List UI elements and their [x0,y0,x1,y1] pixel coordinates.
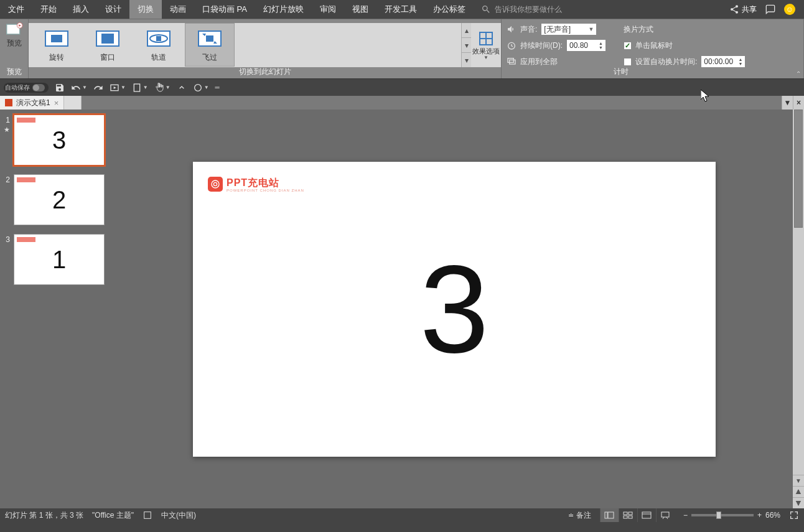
menu-slideshow[interactable]: 幻灯片放映 [255,0,312,19]
tell-me-search[interactable]: 告诉我你想要做什么 [474,0,562,19]
gallery-more[interactable]: ▾ [462,53,471,67]
tabs-dropdown[interactable]: ▼ [782,96,793,110]
duration-label: 持续时间(D): [520,40,563,51]
gallery-down[interactable]: ▾ [462,38,471,53]
slide-thumbnail-2[interactable]: 2 [14,174,105,225]
spellcheck-icon[interactable] [143,510,152,520]
transition-orbit[interactable]: 轨道 [134,23,184,67]
menu-transitions[interactable]: 切换 [129,0,162,19]
menu-insert[interactable]: 插入 [65,0,97,19]
play-icon [110,83,119,93]
notes-button[interactable]: ≐备注 [568,510,591,521]
qat-customize[interactable]: ═ [215,84,220,91]
menu-officetabs[interactable]: 办公标签 [425,0,474,19]
new-tab-button[interactable] [64,96,82,110]
svg-rect-22 [134,84,139,91]
menu-home[interactable]: 开始 [32,0,65,19]
slide-thumbnail-1[interactable]: 3 [14,114,105,166]
document-tab-1[interactable]: 演示文稿1 × [0,96,64,110]
slide-counter: 幻灯片 第 1 张，共 3 张 [5,510,83,521]
save-button[interactable] [55,83,65,93]
share-icon [729,4,739,14]
circle-icon [193,83,203,93]
svg-rect-27 [605,512,607,518]
scrollbar-thumb[interactable] [794,110,803,228]
fit-window-button[interactable] [789,510,799,520]
after-time-spinner[interactable]: 00:00.00 ▲▼ [701,55,746,68]
touch-mode-button[interactable]: ▼ [154,83,171,93]
status-bar: 幻灯片 第 1 张，共 3 张 "Office 主题" 中文(中国) ≐备注 −… [0,508,804,522]
autosave-toggle[interactable]: 自动保存 [4,83,49,93]
ribbon-preview-group: 预览 预览 [0,19,29,78]
prev-slide-button[interactable]: ⯅ [793,486,804,497]
toggle-off-icon [32,84,45,91]
language-indicator[interactable]: 中文(中国) [161,510,196,521]
duration-spinner[interactable]: 00.80 ▲▼ [566,39,606,52]
transition-indicator-icon: ★ [4,126,10,134]
menu-pocket-anim[interactable]: 口袋动画 PA [194,0,255,19]
undo-button[interactable]: ▼ [71,83,87,93]
from-beginning-button[interactable]: ▼ [110,83,126,93]
on-click-label: 单击鼠标时 [635,40,673,51]
tabs-close[interactable]: × [793,96,804,110]
menu-animations[interactable]: 动画 [162,0,194,19]
preview-icon [6,22,23,37]
menu-view[interactable]: 视图 [344,0,376,19]
redo-icon [93,83,103,93]
zoom-out-button[interactable]: − [683,511,688,520]
zoom-percent[interactable]: 66% [765,511,780,520]
on-click-checkbox[interactable]: ✓ [624,42,632,50]
quick-access-toolbar: 自动保存 ▼ ▼ ▼ ▼ ▼ ═ [0,78,804,96]
normal-view-button[interactable] [600,508,619,522]
menu-bar: 文件 开始 插入 设计 切换 动画 口袋动画 PA 幻灯片放映 审阅 视图 开发… [0,0,804,19]
ribbon-transitions-group: 旋转 窗口 轨道 飞过 ▴ ▾ ▾ [29,19,502,78]
qat-button-8[interactable]: ▼ [193,83,209,93]
after-time-label: 设置自动换片时间: [635,57,697,67]
zoom-in-button[interactable]: + [757,511,762,520]
preview-button[interactable]: 预览 [6,22,23,49]
thumb-logo-icon [17,118,35,123]
after-time-checkbox[interactable] [624,58,632,66]
slide[interactable]: PPT充电站 POWERPOINT CHONG DIAN ZHAN 3 [193,162,716,457]
duration-icon [507,40,517,50]
zoom-slider[interactable] [691,514,754,516]
reading-view-button[interactable] [637,508,656,522]
sound-icon [507,24,517,34]
svg-rect-13 [206,35,213,42]
scroll-down[interactable]: ▼ [793,475,804,486]
sound-dropdown[interactable]: [无声音]▼ [541,23,597,35]
menu-review[interactable]: 审阅 [312,0,344,19]
next-slide-button[interactable]: ⯆ [793,497,804,508]
svg-rect-31 [624,516,627,518]
svg-point-24 [212,180,219,188]
transition-rotate[interactable]: 旋转 [32,23,82,67]
qat-button-5[interactable]: ▼ [132,83,148,93]
gallery-up[interactable]: ▴ [462,23,471,38]
qat-button-7[interactable] [177,83,187,93]
share-button[interactable]: 共享 [729,4,757,15]
slide-thumbnail-3[interactable]: 1 [14,234,105,285]
window-icon [93,27,123,50]
menu-file[interactable]: 文件 [0,0,32,19]
slide-canvas-area[interactable]: PPT充电站 POWERPOINT CHONG DIAN ZHAN 3 [116,110,793,508]
slideshow-view-button[interactable] [656,508,675,522]
advance-slide-label: 换片方式 [624,22,746,37]
effect-options-icon [477,30,495,47]
slide-logo: PPT充电站 POWERPOINT CHONG DIAN ZHAN [208,177,304,192]
redo-button[interactable] [93,83,103,93]
timing-group-label: 计时 [502,67,803,77]
sorter-view-button[interactable] [619,508,637,522]
cursor-up-icon [177,83,187,93]
svg-rect-32 [629,516,632,518]
collapse-ribbon[interactable]: ⌃ [796,70,801,77]
comments-icon[interactable] [765,4,775,14]
menu-design[interactable]: 设计 [97,0,129,19]
smiley-icon[interactable]: ☺ [784,4,795,15]
transition-flyby[interactable]: 飞过 [185,23,235,67]
apply-all-icon [507,57,517,67]
close-tab-button[interactable]: × [54,98,59,108]
effect-options-button[interactable]: 效果选项 ▼ [471,23,501,67]
menu-devtools[interactable]: 开发工具 [376,0,425,19]
transition-window[interactable]: 窗口 [83,23,133,67]
vertical-scrollbar[interactable]: ▼ ⯅ ⯆ [793,110,804,508]
